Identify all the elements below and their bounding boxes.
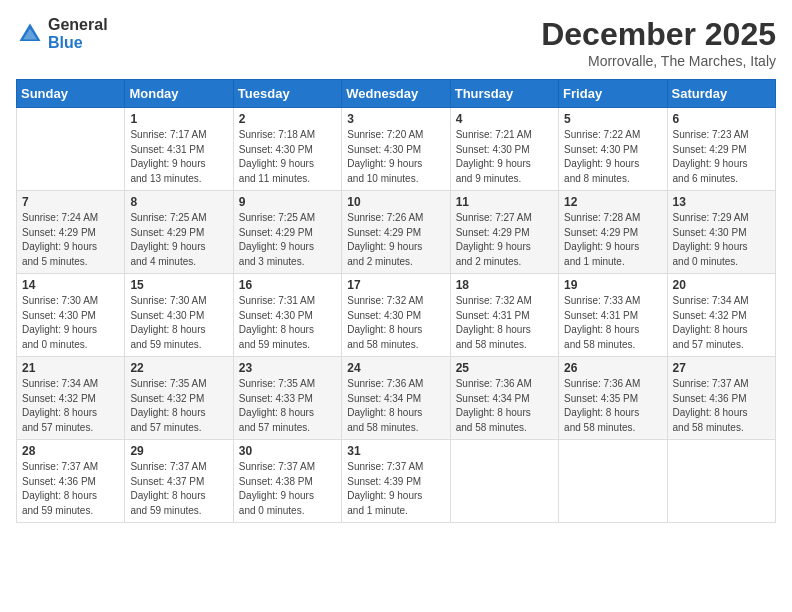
day-number: 20 [673, 278, 770, 292]
logo-blue-text: Blue [48, 34, 108, 52]
calendar-cell: 25Sunrise: 7:36 AMSunset: 4:34 PMDayligh… [450, 357, 558, 440]
day-info: Sunrise: 7:37 AMSunset: 4:38 PMDaylight:… [239, 460, 336, 518]
calendar-cell: 31Sunrise: 7:37 AMSunset: 4:39 PMDayligh… [342, 440, 450, 523]
day-number: 17 [347, 278, 444, 292]
day-number: 4 [456, 112, 553, 126]
day-info: Sunrise: 7:24 AMSunset: 4:29 PMDaylight:… [22, 211, 119, 269]
day-info: Sunrise: 7:33 AMSunset: 4:31 PMDaylight:… [564, 294, 661, 352]
day-info: Sunrise: 7:17 AMSunset: 4:31 PMDaylight:… [130, 128, 227, 186]
day-number: 22 [130, 361, 227, 375]
day-info: Sunrise: 7:32 AMSunset: 4:30 PMDaylight:… [347, 294, 444, 352]
day-header-friday: Friday [559, 80, 667, 108]
calendar-cell: 7Sunrise: 7:24 AMSunset: 4:29 PMDaylight… [17, 191, 125, 274]
day-number: 15 [130, 278, 227, 292]
calendar-cell: 9Sunrise: 7:25 AMSunset: 4:29 PMDaylight… [233, 191, 341, 274]
calendar-cell: 23Sunrise: 7:35 AMSunset: 4:33 PMDayligh… [233, 357, 341, 440]
calendar-header-row: SundayMondayTuesdayWednesdayThursdayFrid… [17, 80, 776, 108]
calendar-table: SundayMondayTuesdayWednesdayThursdayFrid… [16, 79, 776, 523]
logo-general-text: General [48, 16, 108, 34]
day-info: Sunrise: 7:36 AMSunset: 4:34 PMDaylight:… [456, 377, 553, 435]
day-number: 21 [22, 361, 119, 375]
title-area: December 2025 Morrovalle, The Marches, I… [541, 16, 776, 69]
location-subtitle: Morrovalle, The Marches, Italy [541, 53, 776, 69]
day-header-thursday: Thursday [450, 80, 558, 108]
day-number: 2 [239, 112, 336, 126]
calendar-cell: 22Sunrise: 7:35 AMSunset: 4:32 PMDayligh… [125, 357, 233, 440]
day-number: 18 [456, 278, 553, 292]
day-number: 5 [564, 112, 661, 126]
day-number: 31 [347, 444, 444, 458]
calendar-cell: 1Sunrise: 7:17 AMSunset: 4:31 PMDaylight… [125, 108, 233, 191]
calendar-cell [667, 440, 775, 523]
logo: General Blue [16, 16, 108, 51]
calendar-cell: 2Sunrise: 7:18 AMSunset: 4:30 PMDaylight… [233, 108, 341, 191]
calendar-cell: 30Sunrise: 7:37 AMSunset: 4:38 PMDayligh… [233, 440, 341, 523]
day-number: 14 [22, 278, 119, 292]
logo-text: General Blue [48, 16, 108, 51]
day-info: Sunrise: 7:26 AMSunset: 4:29 PMDaylight:… [347, 211, 444, 269]
day-info: Sunrise: 7:36 AMSunset: 4:34 PMDaylight:… [347, 377, 444, 435]
calendar-cell: 24Sunrise: 7:36 AMSunset: 4:34 PMDayligh… [342, 357, 450, 440]
day-info: Sunrise: 7:30 AMSunset: 4:30 PMDaylight:… [22, 294, 119, 352]
day-number: 29 [130, 444, 227, 458]
day-info: Sunrise: 7:37 AMSunset: 4:36 PMDaylight:… [22, 460, 119, 518]
day-number: 12 [564, 195, 661, 209]
calendar-cell: 29Sunrise: 7:37 AMSunset: 4:37 PMDayligh… [125, 440, 233, 523]
day-number: 13 [673, 195, 770, 209]
calendar-cell: 16Sunrise: 7:31 AMSunset: 4:30 PMDayligh… [233, 274, 341, 357]
calendar-cell: 21Sunrise: 7:34 AMSunset: 4:32 PMDayligh… [17, 357, 125, 440]
day-header-saturday: Saturday [667, 80, 775, 108]
day-info: Sunrise: 7:32 AMSunset: 4:31 PMDaylight:… [456, 294, 553, 352]
day-info: Sunrise: 7:37 AMSunset: 4:36 PMDaylight:… [673, 377, 770, 435]
day-info: Sunrise: 7:35 AMSunset: 4:33 PMDaylight:… [239, 377, 336, 435]
day-number: 8 [130, 195, 227, 209]
day-number: 10 [347, 195, 444, 209]
day-number: 25 [456, 361, 553, 375]
day-info: Sunrise: 7:36 AMSunset: 4:35 PMDaylight:… [564, 377, 661, 435]
month-title: December 2025 [541, 16, 776, 53]
calendar-cell: 14Sunrise: 7:30 AMSunset: 4:30 PMDayligh… [17, 274, 125, 357]
day-number: 16 [239, 278, 336, 292]
day-header-tuesday: Tuesday [233, 80, 341, 108]
day-number: 23 [239, 361, 336, 375]
day-number: 6 [673, 112, 770, 126]
day-number: 1 [130, 112, 227, 126]
day-header-wednesday: Wednesday [342, 80, 450, 108]
calendar-cell: 27Sunrise: 7:37 AMSunset: 4:36 PMDayligh… [667, 357, 775, 440]
day-number: 19 [564, 278, 661, 292]
calendar-cell: 11Sunrise: 7:27 AMSunset: 4:29 PMDayligh… [450, 191, 558, 274]
day-number: 24 [347, 361, 444, 375]
calendar-cell: 10Sunrise: 7:26 AMSunset: 4:29 PMDayligh… [342, 191, 450, 274]
day-info: Sunrise: 7:25 AMSunset: 4:29 PMDaylight:… [239, 211, 336, 269]
day-info: Sunrise: 7:20 AMSunset: 4:30 PMDaylight:… [347, 128, 444, 186]
calendar-week-2: 7Sunrise: 7:24 AMSunset: 4:29 PMDaylight… [17, 191, 776, 274]
day-number: 28 [22, 444, 119, 458]
calendar-week-3: 14Sunrise: 7:30 AMSunset: 4:30 PMDayligh… [17, 274, 776, 357]
calendar-cell: 6Sunrise: 7:23 AMSunset: 4:29 PMDaylight… [667, 108, 775, 191]
calendar-week-5: 28Sunrise: 7:37 AMSunset: 4:36 PMDayligh… [17, 440, 776, 523]
day-info: Sunrise: 7:21 AMSunset: 4:30 PMDaylight:… [456, 128, 553, 186]
calendar-week-4: 21Sunrise: 7:34 AMSunset: 4:32 PMDayligh… [17, 357, 776, 440]
calendar-cell: 28Sunrise: 7:37 AMSunset: 4:36 PMDayligh… [17, 440, 125, 523]
day-number: 30 [239, 444, 336, 458]
calendar-cell: 19Sunrise: 7:33 AMSunset: 4:31 PMDayligh… [559, 274, 667, 357]
calendar-week-1: 1Sunrise: 7:17 AMSunset: 4:31 PMDaylight… [17, 108, 776, 191]
day-number: 7 [22, 195, 119, 209]
day-number: 11 [456, 195, 553, 209]
day-number: 27 [673, 361, 770, 375]
day-info: Sunrise: 7:31 AMSunset: 4:30 PMDaylight:… [239, 294, 336, 352]
calendar-cell [559, 440, 667, 523]
calendar-cell: 12Sunrise: 7:28 AMSunset: 4:29 PMDayligh… [559, 191, 667, 274]
calendar-cell [450, 440, 558, 523]
calendar-cell: 13Sunrise: 7:29 AMSunset: 4:30 PMDayligh… [667, 191, 775, 274]
calendar-cell: 3Sunrise: 7:20 AMSunset: 4:30 PMDaylight… [342, 108, 450, 191]
day-info: Sunrise: 7:28 AMSunset: 4:29 PMDaylight:… [564, 211, 661, 269]
day-number: 9 [239, 195, 336, 209]
day-info: Sunrise: 7:37 AMSunset: 4:39 PMDaylight:… [347, 460, 444, 518]
day-info: Sunrise: 7:18 AMSunset: 4:30 PMDaylight:… [239, 128, 336, 186]
calendar-cell: 4Sunrise: 7:21 AMSunset: 4:30 PMDaylight… [450, 108, 558, 191]
day-info: Sunrise: 7:27 AMSunset: 4:29 PMDaylight:… [456, 211, 553, 269]
calendar-cell: 18Sunrise: 7:32 AMSunset: 4:31 PMDayligh… [450, 274, 558, 357]
calendar-cell: 20Sunrise: 7:34 AMSunset: 4:32 PMDayligh… [667, 274, 775, 357]
day-info: Sunrise: 7:35 AMSunset: 4:32 PMDaylight:… [130, 377, 227, 435]
